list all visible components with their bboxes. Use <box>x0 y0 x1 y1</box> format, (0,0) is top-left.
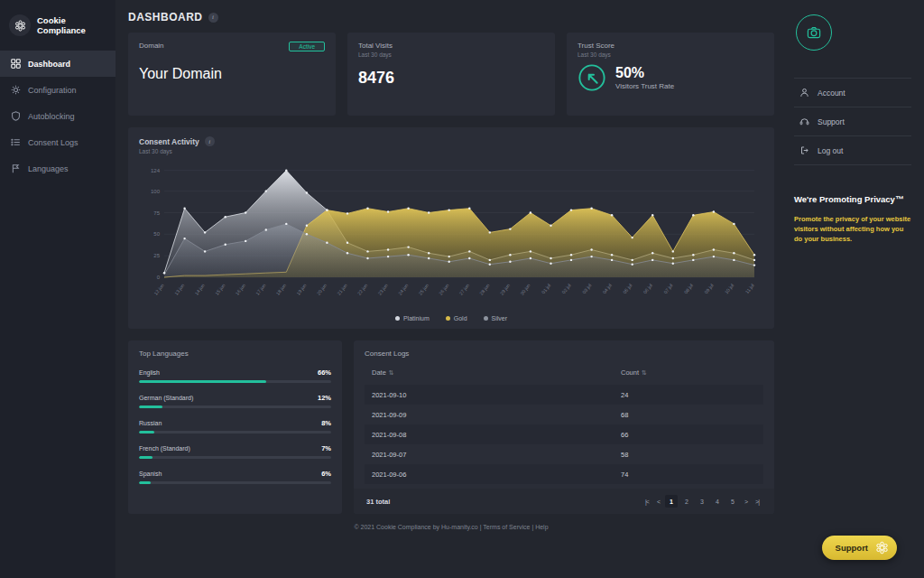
sidebar-item-languages[interactable]: Languages <box>0 155 116 182</box>
log-date: 2021-09-07 <box>372 451 621 459</box>
chart-subtitle: Last 30 days <box>139 148 763 154</box>
logs-total: 31 total <box>366 498 390 506</box>
svg-text:20 jun: 20 jun <box>316 283 328 296</box>
log-date: 2021-09-08 <box>372 431 621 439</box>
language-row-french-standard: French (Standard)7% <box>139 444 331 459</box>
chart-info-icon[interactable]: i <box>205 136 215 146</box>
sidebar-item-label: Consent Logs <box>28 138 79 147</box>
menu-item-label: Log out <box>818 146 843 155</box>
trust-score-card: Trust Score Last 30 days 50% Visitors Tr… <box>567 33 774 116</box>
svg-text:19 jun: 19 jun <box>295 283 308 296</box>
list-icon <box>11 137 21 147</box>
date-column-header[interactable]: Date ⇅ <box>372 368 621 377</box>
page-next-button[interactable]: > <box>742 499 750 505</box>
menu-item-label: Account <box>818 89 845 98</box>
support-button[interactable]: Support <box>822 536 897 560</box>
total-visits-card: Total Visits Last 30 days 8476 <box>347 33 555 116</box>
legend-gold[interactable]: Gold <box>446 315 467 322</box>
count-column-header[interactable]: Count ⇅ <box>621 368 756 377</box>
brand: Cookie Compliance <box>0 9 116 51</box>
date-column-label: Date <box>372 368 386 377</box>
logs-table-header: Date ⇅ Count ⇅ <box>365 358 763 385</box>
language-row-russian: Russian8% <box>139 419 331 434</box>
page-3-button[interactable]: 3 <box>696 495 708 508</box>
language-percent: 66% <box>318 368 331 377</box>
promo-body: Promote the privacy of your website visi… <box>794 214 911 245</box>
count-column-label: Count <box>621 368 639 377</box>
page-first-button[interactable]: |< <box>642 499 651 505</box>
language-bar-track <box>139 380 331 383</box>
svg-text:02 jul: 02 jul <box>560 283 571 294</box>
page-1-button[interactable]: 1 <box>665 495 678 508</box>
active-status-badge: Active <box>289 42 325 51</box>
language-bar-fill <box>139 380 266 383</box>
languages-list: English66%German (Standard)12%Russian8%F… <box>139 368 331 484</box>
trust-card-title: Trust Score <box>578 42 763 50</box>
sidebar-item-autoblocking[interactable]: Autoblocking <box>0 103 116 129</box>
menu-item-account[interactable]: Account <box>794 79 911 107</box>
logs-footer: 31 total |<<12345>>| <box>354 489 774 514</box>
legend-platinium[interactable]: Platinium <box>395 315 430 322</box>
language-row-german-standard: German (Standard)12% <box>139 394 331 408</box>
sidebar-item-label: Autoblocking <box>28 112 75 121</box>
domain-card: Domain Active Your Domain <box>128 33 336 116</box>
sort-icon: ⇅ <box>389 369 394 377</box>
svg-text:04 jul: 04 jul <box>602 283 613 294</box>
domain-card-title: Domain <box>139 42 164 50</box>
svg-text:0: 0 <box>157 275 161 280</box>
language-row-spanish: Spanish6% <box>139 470 331 484</box>
gear-icon <box>11 85 21 95</box>
sidebar-item-label: Configuration <box>28 86 77 95</box>
menu-item-support[interactable]: Support <box>794 107 911 136</box>
log-row: 2021-09-0758 <box>365 444 763 464</box>
flag-icon <box>11 163 21 173</box>
trust-card-subtitle: Last 30 days <box>578 51 763 58</box>
svg-text:25 jun: 25 jun <box>418 283 430 296</box>
svg-text:10 jul: 10 jul <box>724 283 735 294</box>
svg-text:03 jul: 03 jul <box>581 283 592 294</box>
app-root: Cookie Compliance DashboardConfiguration… <box>0 0 924 578</box>
chart-title: Consent Activity <box>139 137 199 146</box>
cookie-flower-logo-icon <box>9 14 31 36</box>
log-date: 2021-09-06 <box>372 471 621 479</box>
language-bar-track <box>139 431 331 434</box>
logout-icon <box>799 145 809 155</box>
log-count: 58 <box>621 451 756 459</box>
menu-item-log-out[interactable]: Log out <box>794 136 911 165</box>
visits-card-subtitle: Last 30 days <box>358 51 544 58</box>
footer-links[interactable]: © 2021 Cookie Compliance by Hu-manity.co… <box>128 524 774 530</box>
log-row: 2021-09-0674 <box>365 464 763 484</box>
screenshot-camera-button[interactable] <box>796 14 832 51</box>
svg-text:13 jun: 13 jun <box>173 283 186 296</box>
svg-text:23 jun: 23 jun <box>376 283 389 296</box>
page-2-button[interactable]: 2 <box>680 495 693 508</box>
language-bar-track <box>139 456 331 459</box>
language-bar-track <box>139 406 331 408</box>
bottom-row: Top Languages English66%German (Standard… <box>128 340 774 514</box>
page-last-button[interactable]: >| <box>753 499 762 505</box>
legend-label: Silver <box>492 315 508 322</box>
svg-text:124: 124 <box>151 168 161 173</box>
sidebar-item-label: Dashboard <box>28 60 70 69</box>
sidebar-item-dashboard[interactable]: Dashboard <box>0 51 116 77</box>
language-bar-fill <box>139 456 152 459</box>
page-5-button[interactable]: 5 <box>726 495 739 508</box>
svg-text:09 jul: 09 jul <box>703 283 714 294</box>
language-bar-fill <box>139 406 162 408</box>
stats-row: Domain Active Your Domain Total Visits L… <box>128 33 774 116</box>
sidebar-item-consent-logs[interactable]: Consent Logs <box>0 129 116 155</box>
page-title: DASHBOARD <box>128 11 203 23</box>
language-bar-track <box>139 481 331 484</box>
chart-legend: PlatiniumGoldSilver <box>139 315 763 322</box>
legend-silver[interactable]: Silver <box>484 315 508 322</box>
account-menu: AccountSupportLog out <box>794 78 911 165</box>
legend-dot-icon <box>395 316 400 321</box>
language-percent: 7% <box>321 444 331 452</box>
sidebar-item-configuration[interactable]: Configuration <box>0 77 116 103</box>
sidebar: Cookie Compliance DashboardConfiguration… <box>0 0 116 578</box>
svg-text:27 jun: 27 jun <box>458 283 471 296</box>
svg-text:21 jun: 21 jun <box>336 283 348 296</box>
page-prev-button[interactable]: < <box>654 499 662 505</box>
page-4-button[interactable]: 4 <box>711 495 724 508</box>
dashboard-info-icon[interactable]: i <box>208 13 218 23</box>
